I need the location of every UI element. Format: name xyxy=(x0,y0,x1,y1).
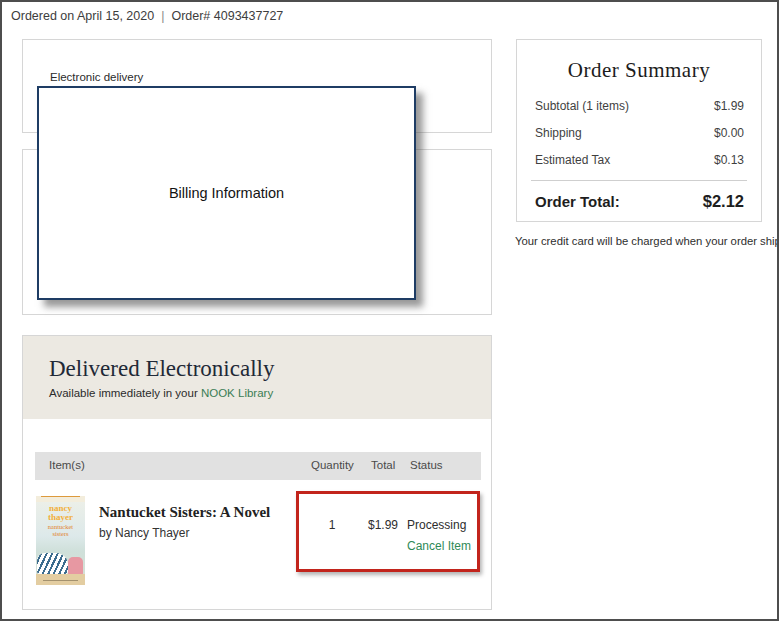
cover-boat-illustration xyxy=(37,553,68,574)
cover-title-line2: sisters xyxy=(36,531,85,538)
item-title: Nantucket Sisters: A Novel xyxy=(99,504,270,521)
credit-card-charge-note: Your credit card will be charged when yo… xyxy=(515,235,779,247)
electronic-delivery-label: Electronic delivery xyxy=(50,71,143,83)
column-header-quantity: Quantity xyxy=(311,459,354,471)
cover-sand-illustration xyxy=(36,574,85,585)
ordered-on-date: Ordered on April 15, 2020 xyxy=(11,9,154,23)
column-header-total: Total xyxy=(371,459,395,471)
subtotal-label: Subtotal (1 items) xyxy=(535,99,629,113)
delivered-electronically-header: Delivered Electronically Available immed… xyxy=(23,336,491,419)
order-summary-panel: Order Summary Subtotal (1 items) $1.99 S… xyxy=(516,39,762,222)
order-details-page: Ordered on April 15, 2020|Order# 4093437… xyxy=(0,0,779,621)
cover-author-name: nancy thayer xyxy=(36,504,85,521)
summary-total-row: Order Total: $2.12 xyxy=(535,192,744,211)
summary-divider xyxy=(531,180,747,181)
header-separator: | xyxy=(161,9,164,23)
shipping-value: $0.00 xyxy=(714,126,744,140)
summary-row-subtotal: Subtotal (1 items) $1.99 xyxy=(535,99,744,113)
item-byline: by Nancy Thayer xyxy=(99,526,190,540)
cover-top-strip xyxy=(36,496,85,502)
summary-row-shipping: Shipping $0.00 xyxy=(535,126,744,140)
book-cover-thumbnail[interactable]: nancy thayer nantucket sisters xyxy=(36,496,85,585)
shipping-label: Shipping xyxy=(535,126,582,140)
column-header-status: Status xyxy=(410,459,443,471)
order-number: Order# 4093437727 xyxy=(171,9,283,23)
cover-author-line2: thayer xyxy=(36,513,85,522)
cover-bottom-text-line xyxy=(43,580,78,581)
summary-row-estimated-tax: Estimated Tax $0.13 xyxy=(535,153,744,167)
cover-top-text-line xyxy=(41,496,80,497)
order-summary-rows: Subtotal (1 items) $1.99 Shipping $0.00 … xyxy=(535,99,744,167)
order-summary-title: Order Summary xyxy=(517,58,761,83)
nook-library-link[interactable]: NOOK Library xyxy=(201,387,273,399)
billing-information-overlay: Billing Information xyxy=(37,86,416,300)
column-header-items: Item(s) xyxy=(49,459,85,471)
order-total-value: $2.12 xyxy=(703,192,744,211)
estimated-tax-value: $0.13 xyxy=(714,153,744,167)
items-table-header: Item(s) Quantity Total Status xyxy=(35,452,481,480)
red-annotation-box xyxy=(296,491,480,572)
delivered-electronically-card: Delivered Electronically Available immed… xyxy=(22,335,492,610)
estimated-tax-label: Estimated Tax xyxy=(535,153,610,167)
order-header: Ordered on April 15, 2020|Order# 4093437… xyxy=(11,9,283,23)
subtitle-prefix: Available immediately in your xyxy=(49,387,201,399)
subtotal-value: $1.99 xyxy=(714,99,744,113)
delivered-electronically-title: Delivered Electronically xyxy=(23,336,491,382)
delivered-electronically-subtitle: Available immediately in your NOOK Libra… xyxy=(23,382,491,399)
billing-information-title: Billing Information xyxy=(169,185,284,201)
order-total-label: Order Total: xyxy=(535,193,620,210)
cover-book-title: nantucket sisters xyxy=(36,524,85,537)
